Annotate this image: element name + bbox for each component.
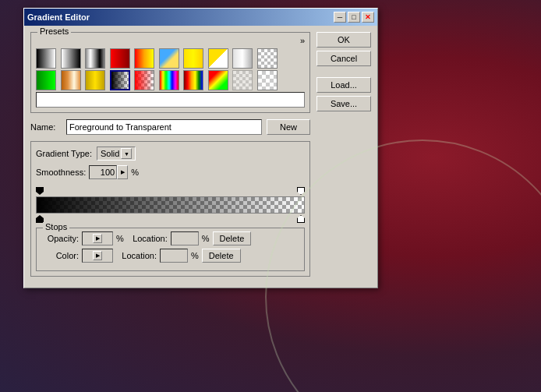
preset-swatch[interactable]: [183, 48, 203, 69]
preset-swatch[interactable]: [232, 48, 253, 69]
ok-button[interactable]: OK: [316, 32, 371, 48]
gradient-type-select[interactable]: Solid ▼: [97, 147, 136, 161]
opacity-swatch-arrow[interactable]: ▶: [93, 234, 102, 243]
preset-swatch[interactable]: [85, 70, 105, 90]
new-button[interactable]: New: [267, 119, 310, 135]
opacity-location-label: Location:: [127, 234, 168, 243]
load-button[interactable]: Load...: [316, 77, 371, 93]
smoothness-label: Smoothness:: [36, 168, 86, 177]
color-location-label: Location:: [116, 251, 157, 260]
preset-swatch[interactable]: [159, 48, 179, 69]
preset-swatch[interactable]: [61, 48, 81, 69]
preset-swatch[interactable]: [208, 48, 228, 69]
preset-swatch[interactable]: [61, 70, 81, 90]
color-location-input[interactable]: [160, 249, 188, 263]
opacity-stop-left[interactable]: [36, 187, 44, 195]
color-location-pct: %: [191, 251, 199, 260]
right-panel: OK Cancel Load... Save...: [316, 32, 371, 281]
gradient-type-label: Gradient Type:: [36, 149, 92, 158]
smoothness-row: Smoothness: ▶ %: [36, 165, 305, 179]
name-row: Name: New: [30, 119, 310, 135]
presets-expand-icon[interactable]: »: [300, 36, 305, 45]
presets-scroll-area[interactable]: [36, 92, 305, 108]
opacity-swatch[interactable]: ▶: [82, 231, 113, 245]
gradient-bar-container: [36, 185, 305, 224]
color-stop-row: Color: ▶ Location: % Delete: [41, 249, 299, 263]
color-label: Color:: [41, 251, 79, 260]
gradient-settings: Gradient Type: Solid ▼ Smoothness: ▶ %: [30, 141, 310, 277]
opacity-location-input[interactable]: [171, 231, 199, 245]
smoothness-input[interactable]: [89, 165, 117, 179]
cancel-button[interactable]: Cancel: [316, 51, 371, 66]
opacity-stops-row: [36, 185, 305, 196]
color-swatch-arrow[interactable]: ▶: [93, 251, 102, 260]
name-field-label: Name:: [30, 122, 62, 132]
left-panel: Presets »: [30, 32, 310, 281]
dialog-body: Presets »: [24, 26, 377, 288]
gradient-type-dropdown-arrow[interactable]: ▼: [121, 148, 132, 159]
smoothness-input-group: ▶: [89, 165, 128, 179]
preset-swatch[interactable]: [159, 70, 179, 90]
color-stops-row: [36, 214, 305, 224]
opacity-stop-row: Opacity: ▶ % Location: % Delete: [41, 231, 299, 245]
minimize-button[interactable]: ─: [334, 12, 346, 23]
gradient-type-row: Gradient Type: Solid ▼: [36, 147, 305, 161]
stops-group: Stops Opacity: ▶ % Location: % Delete: [36, 228, 305, 271]
color-swatch[interactable]: ▶: [82, 249, 113, 263]
preset-swatch[interactable]: [134, 48, 154, 69]
presets-grid-row1: [36, 48, 305, 69]
title-bar-buttons: ─ □ ✕: [334, 12, 374, 23]
preset-swatch[interactable]: [232, 70, 253, 90]
smoothness-pct: %: [131, 168, 139, 177]
preset-swatch[interactable]: [36, 70, 56, 90]
name-input[interactable]: [66, 119, 262, 135]
main-layout: Presets »: [30, 32, 371, 281]
preset-swatch[interactable]: [208, 70, 228, 90]
color-delete-button[interactable]: Delete: [202, 249, 241, 263]
save-button[interactable]: Save...: [316, 96, 371, 111]
title-bar: Gradient Editor ─ □ ✕: [24, 9, 377, 26]
presets-group: Presets »: [30, 32, 310, 113]
preset-swatch[interactable]: [85, 48, 105, 69]
gradient-bar[interactable]: [36, 196, 305, 214]
preset-swatch[interactable]: [110, 48, 130, 69]
preset-swatch[interactable]: [36, 48, 56, 69]
opacity-delete-button[interactable]: Delete: [213, 231, 252, 245]
presets-header: »: [36, 36, 305, 45]
presets-label: Presets: [37, 26, 71, 36]
opacity-pct: %: [116, 234, 124, 243]
opacity-label: Opacity:: [41, 234, 79, 243]
gradient-editor-dialog: Gradient Editor ─ □ ✕ Presets »: [23, 8, 378, 288]
dialog-title: Gradient Editor: [27, 12, 90, 22]
opacity-location-pct: %: [202, 234, 210, 243]
preset-swatch selected[interactable]: [110, 70, 130, 90]
preset-swatch[interactable]: [257, 70, 278, 90]
color-stop-right[interactable]: [297, 215, 305, 223]
maximize-button[interactable]: □: [348, 12, 360, 23]
preset-swatch[interactable]: [257, 48, 278, 69]
stops-label: Stops: [43, 222, 69, 231]
close-button[interactable]: ✕: [362, 12, 374, 23]
preset-swatch[interactable]: [183, 70, 203, 90]
preset-swatch[interactable]: [134, 70, 154, 90]
opacity-stop-right[interactable]: [297, 187, 305, 195]
gradient-type-value: Solid: [101, 149, 119, 158]
smoothness-spin[interactable]: ▶: [117, 165, 128, 179]
presets-grid-row2: [36, 70, 305, 90]
